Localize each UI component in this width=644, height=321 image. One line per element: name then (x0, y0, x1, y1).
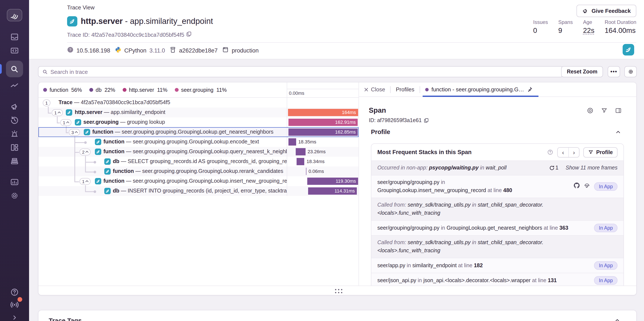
focus-icon[interactable] (587, 107, 594, 114)
stack-frame-row[interactable]: seer/grouping/grouping.py in GroupingLoo… (371, 221, 624, 236)
duration-bar-cell: 164ms (287, 108, 358, 117)
span-tree-row[interactable]: 1http.server — app.similarity_endpoint16… (38, 108, 358, 117)
performance-icon[interactable] (10, 81, 19, 90)
copy-icon[interactable] (424, 118, 428, 123)
search-nav-icon[interactable] (6, 61, 23, 77)
frame-actions: 1Show 11 more frames (549, 164, 618, 172)
search-input[interactable]: Search in trace (38, 66, 563, 77)
reset-zoom-button[interactable]: Reset Zoom (561, 66, 603, 77)
duration-bar[interactable] (288, 138, 296, 146)
meta-item[interactable]: production (222, 46, 259, 54)
explore-icon[interactable] (10, 46, 19, 55)
python-icon (115, 46, 121, 54)
span-id-value: af7982659f3a1e61 (377, 117, 422, 123)
duration-label: 0.06ms (308, 168, 324, 175)
panel-resize-strip[interactable] (38, 286, 636, 295)
span-tree-row[interactable]: db — SELECT grouping_records.id AS group… (38, 157, 358, 166)
settings-icon[interactable] (10, 191, 19, 200)
title-text: http.server - app.similarity_endpoint (81, 17, 213, 26)
show-more-frames-link[interactable]: Show 11 more frames (566, 164, 618, 172)
legend-item[interactable]: function 56% (43, 87, 82, 93)
span-label: db — INSERT INTO grouping_records (id, p… (113, 186, 287, 196)
stacks-card-title: Most Frequent Stacks in this Span (377, 149, 547, 155)
prev-stack-button[interactable]: ‹ (558, 147, 568, 157)
tree-connector (48, 107, 48, 113)
drag-handle-icon[interactable] (335, 289, 343, 294)
duration-bar-cell: 162.91ms (287, 117, 358, 127)
span-tree-row[interactable]: function — seer.grouping.grouping.Groupi… (38, 166, 358, 176)
span-tree-row[interactable]: 1function — seer.grouping.grouping.Group… (38, 176, 358, 186)
children-count-badge[interactable]: 1 (52, 109, 63, 116)
active-nav-indicator (0, 64, 2, 74)
filter-icon[interactable] (601, 107, 608, 114)
give-feedback-button[interactable]: Give Feedback (576, 5, 636, 17)
dashboards-icon[interactable] (10, 143, 19, 152)
span-tree-row[interactable]: db — INSERT INTO grouping_records (id, p… (38, 186, 358, 196)
stack-meta-row: Called from: sentry_sdk/tracing_utils.py… (371, 236, 624, 258)
meta-item[interactable]: CPython3.11.0 (115, 46, 165, 54)
panel-layout-icon[interactable] (615, 107, 622, 114)
stack-frame-row[interactable]: seer/json_api.py in json_api.<locals>.de… (371, 273, 624, 286)
pin-icon[interactable] (527, 87, 533, 92)
detail-body: Span ID: af7982659f3a1e61 Profile Mo (359, 97, 637, 286)
seer-icon-corner[interactable] (623, 44, 634, 55)
children-count-badge[interactable]: 1 (43, 99, 50, 106)
broadcast-icon[interactable] (10, 300, 19, 310)
span-tree-row[interactable]: 3function — seer.grouping.grouping.Group… (38, 127, 358, 137)
stack-frame-list: Occurred in non-app: psycopg/waiting.py … (371, 161, 624, 286)
children-count-badge[interactable]: 3 (69, 129, 80, 136)
tree-connector (57, 122, 60, 123)
help-icon[interactable] (10, 288, 19, 297)
copy-icon[interactable] (186, 31, 192, 38)
close-tab-button[interactable]: Close (364, 86, 385, 93)
duration-bar[interactable] (296, 148, 306, 155)
children-count-badge[interactable]: 1 (80, 178, 90, 185)
environment-icon (222, 46, 229, 54)
legend-item[interactable]: http.server 11% (122, 87, 167, 93)
releases-icon[interactable] (10, 157, 19, 166)
children-count-badge[interactable]: 2 (80, 148, 90, 155)
ops-legend: function 56%db 22%http.server 11%seer.gr… (38, 82, 287, 98)
title-transaction: app.similarity_endpoint (130, 17, 213, 26)
seer-umbrella-icon[interactable] (584, 182, 590, 188)
legend-dot (43, 88, 47, 92)
duration-bar[interactable] (296, 158, 304, 165)
span-tree-row[interactable]: 1Trace — 4f2a57ea703840cc9c1bca7d05bf54f… (38, 98, 358, 108)
meta-item[interactable]: a2622dbe18e7 (170, 46, 218, 54)
span-label: seer.grouping — grouping lookup (83, 117, 165, 127)
span-tree-row[interactable]: 1seer.grouping — grouping lookup162.91ms (38, 117, 358, 127)
tab-active-span[interactable]: function - seer.grouping.grouping.G… (425, 82, 534, 97)
sentry-logo[interactable] (7, 9, 22, 21)
span-op-icon (95, 139, 101, 145)
stack-frame-row[interactable]: seer/app.py in similarity_endpoint at li… (371, 258, 624, 273)
children-count-badge[interactable]: 1 (60, 119, 71, 126)
github-icon[interactable] (574, 182, 580, 188)
span-label: Trace — 4f2a57ea703840cc9c1bca7d05bf54f5 (58, 98, 170, 108)
meta-text: 10.5.168.198 (76, 47, 110, 53)
feedback-megaphone-icon[interactable] (10, 102, 19, 111)
alerts-icon[interactable] (10, 129, 19, 138)
issues-icon[interactable] (10, 32, 19, 41)
replays-icon[interactable] (10, 116, 19, 125)
collapse-icon[interactable] (11, 314, 18, 321)
tab-profiles[interactable]: Profiles (396, 86, 414, 93)
stack-frame-row[interactable]: seer/grouping/grouping.py in GroupingLoo… (371, 175, 624, 198)
span-tree-row[interactable]: 2function — seer.grouping.grouping.Group… (38, 147, 358, 157)
stat-label: Age (583, 19, 594, 25)
legend-item[interactable]: db 22% (89, 87, 116, 93)
meta-item[interactable]: ?10.5.168.198 (67, 46, 110, 54)
open-profile-button[interactable]: Profile (583, 147, 618, 157)
chevron-up-icon[interactable] (614, 318, 620, 321)
stat-value[interactable]: 22s (583, 26, 594, 34)
more-options-button[interactable]: ••• (608, 66, 620, 77)
tree-connector (74, 181, 79, 182)
stats-icon[interactable] (10, 178, 19, 187)
legend-item[interactable]: seer.grouping 11% (174, 87, 227, 93)
next-stack-button[interactable]: › (568, 147, 579, 157)
help-circle-icon[interactable] (547, 149, 554, 155)
duration-bar-cell: 18.34ms (287, 157, 358, 166)
search-placeholder: Search in trace (50, 68, 88, 75)
duration-bar[interactable] (306, 168, 306, 175)
trace-settings-button[interactable] (624, 66, 637, 77)
chevron-up-icon[interactable] (615, 129, 621, 135)
